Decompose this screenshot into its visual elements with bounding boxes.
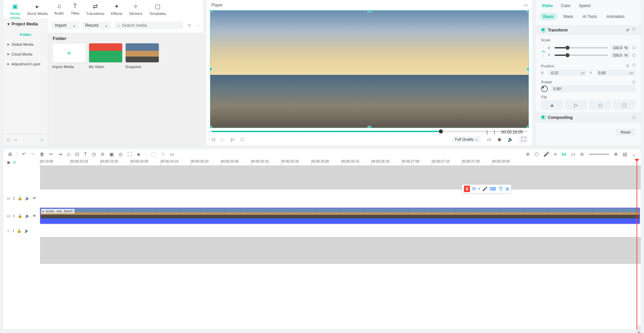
props-tab-video[interactable]: Video: [542, 3, 553, 8]
resize-handle[interactable]: [527, 67, 529, 71]
batch-button[interactable]: ◯: [151, 151, 156, 157]
tl-snap-icon[interactable]: ⋈: [561, 151, 566, 157]
import-dropdown[interactable]: Import⌄: [51, 22, 79, 29]
rotate-value[interactable]: 0.00°: [551, 85, 635, 92]
redo-button[interactable]: ↷: [31, 151, 35, 157]
link-button[interactable]: ⊘: [101, 151, 105, 157]
render-button[interactable]: ▭: [170, 151, 174, 157]
ime-skin-icon[interactable]: 👕: [498, 186, 503, 191]
fullscreen-icon[interactable]: ⛶: [519, 136, 528, 143]
lock-all-icon[interactable]: ▣: [7, 160, 10, 165]
keyframe-icon[interactable]: [632, 63, 636, 67]
tag-button[interactable]: ◇: [67, 151, 70, 157]
toggle-icon[interactable]: [541, 115, 546, 120]
eye-icon[interactable]: 👁: [33, 214, 36, 218]
keyframe-icon[interactable]: [632, 46, 636, 49]
chevron-down-icon[interactable]: ⌄: [632, 151, 636, 157]
tl-mixer-icon[interactable]: ≡: [554, 151, 557, 157]
play-pause-button[interactable]: ▷: [221, 137, 225, 142]
resize-handle[interactable]: [210, 126, 212, 128]
split-button[interactable]: ⇥: [58, 151, 62, 157]
top-tab-templates[interactable]: ▢Templates: [149, 3, 166, 18]
flip-none-button[interactable]: ▢: [613, 100, 635, 110]
search-input[interactable]: [122, 23, 180, 28]
top-tab-transitions[interactable]: ⇄Transitions: [86, 3, 104, 18]
player-progress[interactable]: [211, 131, 528, 132]
video-track-2[interactable]: [40, 189, 641, 207]
keyframe-icon[interactable]: [632, 27, 636, 31]
flip-vertical-button[interactable]: ▷: [565, 100, 587, 110]
lock-icon[interactable]: 🔓: [18, 214, 22, 218]
top-tab-titles[interactable]: TTitles: [71, 3, 80, 18]
motion-button[interactable]: ◎: [119, 151, 123, 157]
tl-shield-icon[interactable]: ⬡: [535, 151, 539, 157]
tl-layout-icon[interactable]: ▤: [623, 151, 627, 157]
aspect-icon[interactable]: ▭: [524, 3, 528, 7]
more-icon[interactable]: ⋯: [196, 23, 200, 28]
timeline-ruler[interactable]: 00:23:0000:00:23:1000:00:23:2000:00:24:0…: [40, 159, 641, 166]
sidebar-item-folder[interactable]: Folder: [3, 30, 48, 39]
undo-button[interactable]: ↶: [22, 151, 26, 157]
ime-icon[interactable]: •: [478, 186, 480, 191]
top-tab-stickers[interactable]: ✧Stickers: [129, 3, 142, 18]
resize-handle[interactable]: [368, 126, 371, 128]
media-card-snapshot[interactable]: Snapshot: [125, 43, 159, 69]
zoom-in-button[interactable]: ⊕: [614, 151, 618, 157]
top-tab-stock-media[interactable]: ▸Stock Media: [27, 3, 48, 18]
props-tab-speed[interactable]: Speed: [579, 3, 591, 8]
sidebar-item-global-media[interactable]: ▸Global Media: [3, 39, 48, 49]
mark-in-icon[interactable]: {: [487, 130, 488, 134]
props-tab-color[interactable]: Color: [561, 3, 571, 8]
scale-x-slider[interactable]: [555, 47, 608, 48]
ime-toolbar[interactable]: S 中 • 🎤 ⌨ 👕 ⊞: [462, 185, 511, 193]
group-button[interactable]: ▣: [109, 151, 114, 157]
timeline-vertical-scroll[interactable]: [637, 325, 641, 333]
stop-button[interactable]: □: [241, 137, 243, 142]
timeline-clip-ocean[interactable]: ▸ocean, sea, beach: [40, 208, 640, 224]
text-button[interactable]: T: [84, 151, 87, 157]
eye-icon[interactable]: 👁: [33, 196, 36, 200]
reset-icon[interactable]: ↺: [626, 28, 629, 33]
sidebar-item-cloud-media[interactable]: ▸Cloud Media: [3, 49, 48, 59]
play-button[interactable]: ▷: [231, 137, 235, 142]
compositing-section-header[interactable]: Compositing: [536, 112, 641, 123]
resize-handle[interactable]: [527, 126, 529, 128]
media-card-import[interactable]: ＋ Import Media: [52, 43, 86, 69]
display-icon[interactable]: ▭: [487, 137, 491, 142]
resize-handle[interactable]: [527, 10, 529, 12]
scale-x-value[interactable]: 100.0%: [611, 45, 630, 51]
keyframe-icon[interactable]: [632, 53, 636, 57]
player-viewport[interactable]: [210, 10, 529, 128]
filter-icon[interactable]: ▽: [186, 23, 193, 28]
scale-y-value[interactable]: 100.0%: [611, 52, 630, 58]
quality-select[interactable]: Full Quality⌄: [452, 136, 481, 143]
ime-keyboard-icon[interactable]: ⌨: [490, 186, 496, 191]
resize-handle[interactable]: [210, 10, 212, 12]
resize-handle[interactable]: [210, 67, 212, 71]
subtab-mask[interactable]: Mask: [560, 13, 577, 20]
link-icon[interactable]: ⇋: [542, 49, 545, 54]
lock-icon[interactable]: 🔓: [18, 196, 22, 201]
cut-button[interactable]: ✂: [49, 151, 53, 157]
toggle-icon[interactable]: [541, 28, 546, 33]
delete-button[interactable]: 🗑: [40, 151, 44, 157]
audio-track-1[interactable]: [40, 225, 641, 237]
top-tab-audio[interactable]: ♫Audio: [55, 3, 64, 18]
mute-icon[interactable]: 🔈: [25, 214, 30, 218]
snapshot-icon[interactable]: ◉: [497, 137, 501, 142]
scale-y-slider[interactable]: [555, 55, 608, 56]
reset-button[interactable]: Reset: [616, 129, 635, 136]
media-card-my-video[interactable]: My Video: [89, 43, 123, 69]
mute-icon[interactable]: 🔈: [25, 196, 30, 201]
top-tab-media[interactable]: ▣Media: [10, 3, 20, 18]
resize-handle[interactable]: [368, 10, 371, 12]
speed-button[interactable]: ◷: [92, 151, 96, 157]
ime-mic-icon[interactable]: 🎤: [482, 186, 488, 191]
lock-icon[interactable]: 🔓: [17, 229, 22, 233]
adjust-button[interactable]: ⦙: [145, 151, 146, 157]
collapse-icon[interactable]: ‹: [39, 137, 44, 143]
ime-tool-icon[interactable]: ⊞: [506, 186, 509, 191]
crop-button[interactable]: ⊡: [75, 151, 79, 157]
volume-icon[interactable]: 🔈: [508, 137, 513, 142]
link-icon[interactable]: ⊘: [13, 160, 16, 165]
